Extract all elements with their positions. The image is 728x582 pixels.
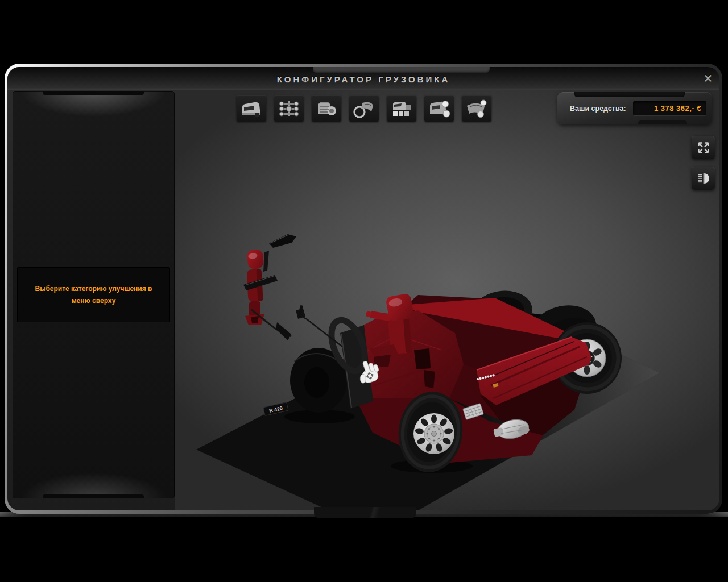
sidebar-panel: Выберите категорию улучшения в меню свер… (13, 91, 175, 498)
tab-cabin[interactable] (237, 95, 266, 122)
interior-tuning-icon (464, 98, 489, 119)
floor-overhang (314, 507, 416, 518)
game-screen: R 420 (0, 0, 728, 582)
funds-notch-top (574, 92, 685, 97)
fullscreen-button[interactable] (692, 136, 715, 159)
tab-engine[interactable] (312, 95, 341, 122)
tab-chassis[interactable] (274, 95, 304, 122)
tab-accessories[interactable] (387, 95, 416, 122)
sidebar-notch-bottom (43, 494, 144, 498)
sidebar-notch-top (43, 91, 144, 95)
headlights-button[interactable] (692, 167, 715, 190)
dialog-body: R 420 (7, 67, 719, 510)
funds-value-field: 1 378 362,- € (633, 101, 706, 115)
hint-text: Выберите категорию улучшения в меню свер… (17, 283, 170, 306)
hint-box: Выберите категорию улучшения в меню свер… (17, 267, 170, 322)
chassis-axles-icon (276, 98, 301, 119)
funds-panel: Ваши средства: 1 378 362,- € (557, 92, 712, 124)
truck-configurator-dialog: R 420 (5, 64, 722, 514)
truck-3d-scene: R 420 (175, 90, 719, 510)
interior-dashboard-icon (351, 98, 377, 119)
funds-value: 1 378 362,- € (654, 104, 706, 113)
detached-parts[interactable] (243, 234, 342, 347)
engine-icon (314, 98, 339, 119)
funds-label: Ваши средства: (570, 105, 626, 113)
viewport-3d[interactable]: R 420 (175, 90, 719, 510)
headlight-icon (696, 171, 711, 186)
close-button[interactable]: ✕ (699, 70, 717, 87)
fullscreen-arrows-icon (696, 140, 711, 155)
mirror-arms (251, 305, 342, 347)
tab-interior-tuning[interactable] (462, 95, 491, 122)
exterior-tuning-icon (427, 98, 452, 119)
truck-accessories-icon (389, 98, 414, 119)
title-notch (313, 67, 490, 73)
tab-interior[interactable] (349, 95, 379, 122)
dialog-title: КОНФИГУРАТОР ГРУЗОВИКА (7, 74, 719, 84)
truck-cabin-icon (239, 98, 264, 119)
funds-notch-bottom (638, 120, 687, 124)
title-bar: КОНФИГУРАТОР ГРУЗОВИКА ✕ (7, 67, 719, 90)
tab-exterior-tuning[interactable] (424, 95, 454, 122)
